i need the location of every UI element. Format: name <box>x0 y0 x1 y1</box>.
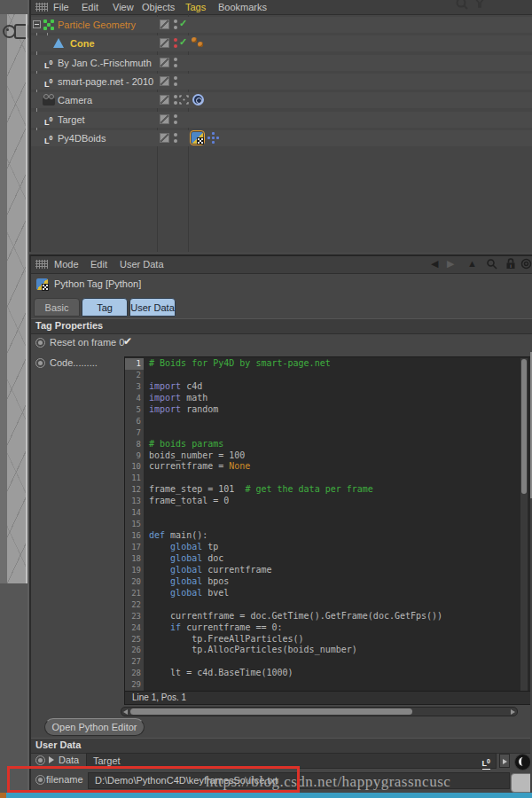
history-back-icon[interactable]: ◀ <box>431 258 438 270</box>
visibility-dots[interactable] <box>173 38 178 49</box>
panel-grip-icon[interactable] <box>35 260 48 269</box>
editor-vscrollbar[interactable] <box>520 358 528 692</box>
object-row-smart-page[interactable]: L0 smart-page.net - 2010 <box>31 74 532 90</box>
object-label[interactable]: smart-page.net - 2010 <box>58 75 153 88</box>
visibility-dots[interactable] <box>173 95 178 106</box>
panel-grip-icon[interactable] <box>35 3 48 12</box>
filter-icon[interactable] <box>473 0 487 10</box>
menu-user-data[interactable]: User Data <box>120 258 164 270</box>
object-label[interactable]: Camera <box>58 94 92 106</box>
anim-dot-icon[interactable] <box>35 358 45 368</box>
layer-swatch[interactable] <box>160 133 169 143</box>
anim-dot-icon[interactable] <box>35 775 45 785</box>
viewport-sliver[interactable] <box>0 0 27 583</box>
visibility-dots[interactable] <box>173 133 178 144</box>
lock-icon[interactable]: i <box>505 258 516 270</box>
layer-swatch[interactable] <box>160 58 169 67</box>
parent-up-icon[interactable]: ▲ <box>467 258 477 269</box>
menu-edit[interactable]: Edit <box>90 258 107 270</box>
search-icon[interactable] <box>455 0 469 11</box>
enabled-check-icon[interactable]: ✓ <box>179 18 187 29</box>
code-line[interactable]: 19 global currentframe <box>125 565 521 576</box>
layer-swatch[interactable] <box>160 38 169 48</box>
layer-swatch[interactable] <box>160 76 169 86</box>
object-label[interactable]: By Jan C.-Frischmuth <box>58 57 152 69</box>
code-line[interactable]: 20 global bpos <box>125 576 521 588</box>
crosshair-icon[interactable] <box>179 95 189 105</box>
menu-objects[interactable]: Objects <box>142 1 175 13</box>
tab-basic[interactable]: Basic <box>34 298 80 317</box>
reset-checkbox[interactable]: ✔ <box>123 335 132 348</box>
visibility-dots[interactable] <box>173 114 178 125</box>
code-line[interactable]: 11 <box>125 473 521 484</box>
visibility-dots[interactable] <box>173 20 178 30</box>
tab-user-data[interactable]: User Data <box>129 298 176 317</box>
code-line[interactable]: 9boids_number = 100 <box>125 450 521 462</box>
open-python-editor-button[interactable]: Open Python Editor <box>44 718 145 736</box>
code-line[interactable]: 26 tp.AllocParticles(boids_number) <box>125 645 521 656</box>
editor-hscrollbar[interactable] <box>121 707 518 716</box>
link-menu-button[interactable] <box>499 754 510 768</box>
code-line[interactable]: 12frame_step = 101 # get the data per fr… <box>125 484 521 496</box>
code-line[interactable]: 23 currentframe = doc.GetTime().GetFrame… <box>125 611 521 622</box>
layer-swatch[interactable] <box>160 20 169 29</box>
menu-edit[interactable]: Edit <box>82 1 98 13</box>
code-line[interactable]: 8# boids params <box>125 439 521 450</box>
code-line[interactable]: 13frame_total = 0 <box>125 496 521 507</box>
visibility-dots[interactable] <box>173 58 178 68</box>
scroll-right-icon[interactable] <box>511 709 515 715</box>
external-compositing-tag-icon[interactable] <box>207 132 220 144</box>
code-line[interactable]: 5import random <box>125 404 521 416</box>
object-row-py4dboids[interactable]: L0 Py4DBoids <box>31 130 532 146</box>
history-forward-icon[interactable]: ▶ <box>447 258 454 270</box>
data-link-field[interactable]: Target L0 <box>86 753 497 769</box>
picker-icon[interactable] <box>514 754 531 771</box>
search-icon[interactable] <box>486 258 497 270</box>
object-label[interactable]: Target <box>58 113 85 126</box>
code-line[interactable]: 3import c4d <box>125 381 521 393</box>
code-line[interactable]: 14 <box>125 507 521 519</box>
expand-arrow-icon[interactable] <box>49 756 54 763</box>
browse-file-button[interactable] <box>511 773 532 793</box>
code-line[interactable]: 2 <box>125 370 521 381</box>
python-tag-icon[interactable] <box>192 132 203 144</box>
code-line[interactable]: 21 global bvel <box>125 588 521 599</box>
object-label[interactable]: Cone <box>70 37 95 50</box>
layer-swatch[interactable] <box>160 114 169 124</box>
code-line[interactable]: 24 if currentframe == 0: <box>125 622 521 634</box>
code-line[interactable]: 29 <box>125 679 521 691</box>
collapse-icon[interactable] <box>33 20 41 28</box>
code-line[interactable]: 25 tp.FreeAllParticles() <box>125 634 521 645</box>
object-row-camera[interactable]: Camera <box>31 92 532 108</box>
code-line[interactable]: 18 global doc <box>125 553 521 565</box>
object-row-target[interactable]: L0 Target <box>31 112 532 128</box>
code-lines[interactable]: 1# Boids for Py4D by smart-page.net23imp… <box>125 358 521 691</box>
object-label[interactable]: Py4DBoids <box>58 132 106 145</box>
object-row-by-jan[interactable]: L0 By Jan C.-Frischmuth <box>31 55 532 71</box>
scrollbar-thumb[interactable] <box>130 708 412 715</box>
code-line[interactable]: 15 <box>125 519 521 530</box>
menu-mode[interactable]: Mode <box>54 258 79 270</box>
anim-dot-icon[interactable] <box>35 338 45 348</box>
menu-tags[interactable]: Tags <box>185 1 206 13</box>
target-tag-icon[interactable] <box>192 94 204 106</box>
object-label[interactable]: Particle Geometry <box>58 19 136 31</box>
menu-file[interactable]: File <box>53 1 69 13</box>
orange-particles-tag-icon[interactable] <box>192 37 204 48</box>
code-line[interactable]: 17 global tp <box>125 542 521 553</box>
code-line[interactable]: 27 <box>125 656 521 668</box>
code-line[interactable]: 16def main(): <box>125 530 521 542</box>
code-line[interactable]: 1# Boids for Py4D by smart-page.net <box>125 358 521 370</box>
scroll-left-icon[interactable] <box>123 709 128 715</box>
code-line[interactable]: 10currentframe = None <box>125 461 521 473</box>
menu-view[interactable]: View <box>113 1 134 13</box>
target-mode-icon[interactable] <box>520 258 532 270</box>
tab-tag[interactable]: Tag <box>82 298 128 317</box>
code-line[interactable]: 4import math <box>125 393 521 404</box>
object-row-cone[interactable]: Cone ✓ <box>31 35 532 51</box>
object-row-particle-geometry[interactable]: Particle Geometry ✓ <box>31 17 532 33</box>
code-editor[interactable]: 1# Boids for Py4D by smart-page.net23imp… <box>124 356 531 705</box>
menu-bookmarks[interactable]: Bookmarks <box>218 1 267 13</box>
code-line[interactable]: 22 <box>125 599 521 611</box>
visibility-dots[interactable] <box>173 76 178 87</box>
